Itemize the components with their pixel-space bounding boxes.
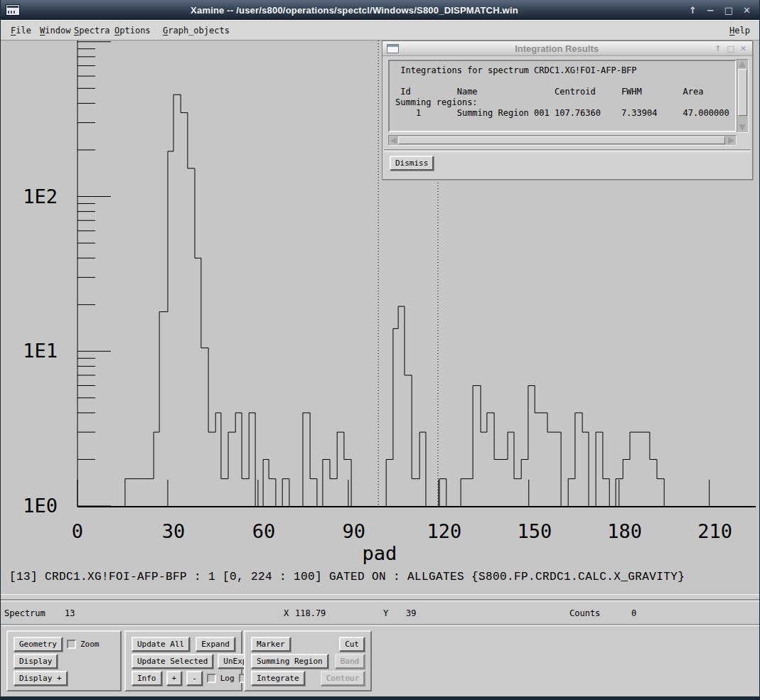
log-checkbox-label: Log [220,674,235,683]
scroll-left-icon[interactable] [390,137,397,144]
close-window-icon[interactable]: ✕ [743,5,751,16]
x-tick-label: 60 [252,520,276,542]
cut-button[interactable]: Cut [339,637,365,652]
x-tick-label: 120 [427,520,461,542]
menu-help[interactable]: Help [729,26,750,36]
band-button: Band [335,654,365,669]
shade-window-icon[interactable]: ↑ [689,5,697,16]
counts-value: 0 [631,608,636,618]
x-axis-title: pad [363,542,397,564]
expand-button[interactable]: Expand [196,637,235,652]
integration-results-text: Integrations for spectrum CRDC1.XG!FOI-A… [388,60,737,132]
marker-button[interactable]: Marker [251,637,291,652]
control-panel: GeometryZoomDisplayDisplay +Update AllEx… [1,625,759,696]
--button[interactable]: - [186,671,203,686]
dialog-close-icon[interactable]: ✕ [740,44,746,53]
x-tick-label: 30 [162,520,186,542]
menu-file[interactable]: File [11,26,31,36]
menu-graph-objects[interactable]: Graph_objects [163,26,230,36]
contour-button: Contour [321,671,365,686]
spectrum-label: Spectrum [4,608,46,618]
x-tick-label: 210 [697,520,732,542]
dialog-title-bar[interactable]: Integration Results ↑ □ ✕ [382,41,752,56]
minimize-window-icon[interactable]: − [707,5,714,16]
spectrum-value: 13 [65,608,75,618]
window-bottom-border [1,696,759,700]
y-tick-label: 1E0 [23,495,58,517]
cursor-x-value: 118.79 [295,608,326,618]
counts-label: Counts [569,608,600,618]
separator-strip [1,594,759,600]
spectrum-caption: [13] CRDC1.XG!FOI-AFP-BFP : 1 [0, 224 : … [9,571,685,583]
dialog-window-icon [387,44,399,53]
scroll-down-icon[interactable] [739,124,746,131]
info-button[interactable]: Info [132,671,162,686]
summing-region-button[interactable]: Summing Region [251,654,328,669]
integrate-button[interactable]: Integrate [251,671,305,686]
geometry-group: GeometryZoomDisplayDisplay + [6,630,122,691]
horizontal-scrollbar[interactable] [388,135,737,146]
horizontal-scroll-thumb[interactable] [398,136,725,144]
xamine-window: Xamine -- /user/s800/operations/spectcl/… [0,0,760,700]
zoom-checkbox-label: Zoom [80,640,100,649]
integration-results-lines: Integrations for spectrum CRDC1.XG!FOI-A… [395,65,735,119]
update-all-button[interactable]: Update All [132,637,190,652]
display-button[interactable]: Display [14,654,58,669]
scroll-up-icon[interactable] [739,61,746,68]
app-icon [6,4,20,16]
menu-spectra[interactable]: Spectra [74,26,110,36]
y-tick-label: 1E1 [23,340,58,362]
x-tick-label: 180 [607,520,642,542]
dialog-shade-icon[interactable]: ↑ [714,44,721,53]
menu-options[interactable]: Options [114,26,151,36]
status-bar: Spectrum 13 X 118.79 Y 39 Counts 0 [1,601,759,625]
update-group: Update AllExpandUpdate SelectedUnExpandI… [124,630,242,691]
maximize-window-icon[interactable]: □ [724,5,733,16]
x-tick-label: 150 [517,520,552,542]
menu-window[interactable]: Window [40,26,70,36]
plus-button[interactable]: + [166,671,183,686]
menu-bar: FileWindowSpectraOptionsGraph_objectsHel… [1,20,759,41]
window-title: Xamine -- /user/s800/operations/spectcl/… [20,5,689,16]
cursor-y-value: 39 [406,608,416,618]
dialog-title: Integration Results [399,43,714,54]
cursor-x-label: X [284,608,289,618]
dialog-maximize-icon[interactable]: □ [727,44,734,53]
dialog-separator [384,149,751,152]
title-bar: Xamine -- /user/s800/operations/spectcl/… [1,0,759,20]
cursor-y-label: Y [383,608,388,618]
x-tick-label: 90 [343,520,366,542]
graphics-group: MarkerCutSumming RegionBandIntegrateCont… [244,630,372,691]
geometry-button[interactable]: Geometry [14,637,63,652]
display-plus-button[interactable]: Display + [14,671,68,686]
zoom-checkbox[interactable] [67,640,76,649]
scroll-right-icon[interactable] [728,137,734,144]
integration-results-dialog: Integration Results ↑ □ ✕ Integrations f… [382,41,753,180]
log-checkbox[interactable] [207,674,216,683]
vertical-scrollbar[interactable] [737,59,749,133]
update-selected-button[interactable]: Update Selected [132,654,213,669]
x-tick-label: 0 [72,520,83,542]
dismiss-button[interactable]: Dismiss [390,156,434,171]
y-tick-label: 1E2 [23,185,58,208]
vertical-scroll-thumb[interactable] [738,69,747,116]
